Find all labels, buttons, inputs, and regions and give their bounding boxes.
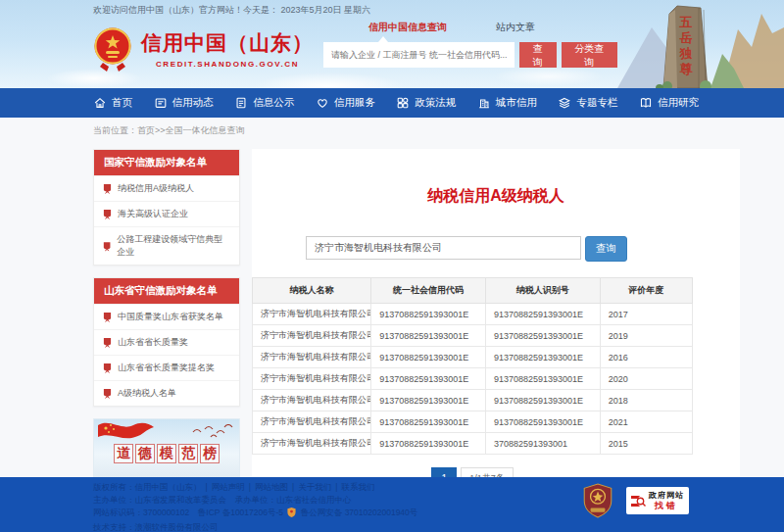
finder-badge-line2: 找错 <box>655 501 678 510</box>
table-row: 济宁市海智机电科技有限公司91370882591393001E913708825… <box>253 368 693 390</box>
breadcrumb-home-link[interactable]: 首页 <box>137 125 155 135</box>
site-domain: CREDIT.SHANDONG.GOV.CN <box>141 60 314 69</box>
sidebar-item-china-quality-award[interactable]: 中国质量奖山东省获奖名单 <box>94 304 239 329</box>
nav-item-info-disclosure[interactable]: 信息公示 <box>234 96 294 110</box>
open-book-icon <box>639 96 653 110</box>
breadcrumb-label: 当前位置： <box>93 125 137 135</box>
footer-link-contact[interactable]: 联系我们 <box>331 482 374 492</box>
home-icon <box>93 96 107 110</box>
taxpayer-search-input[interactable] <box>306 236 581 260</box>
banner-title: 道德模范榜 <box>94 444 239 463</box>
nav-item-special-topics[interactable]: 专题专栏 <box>558 96 617 110</box>
sidebar-section-provincial: 山东省守信激励对象名单 中国质量奖山东省获奖名单 山东省省长质量奖 山东省省长质… <box>93 277 240 407</box>
seal-icon <box>103 183 112 194</box>
finder-badge-line1: 政府网站 <box>649 491 684 501</box>
site-title: 信用中国（山东） <box>141 29 314 57</box>
content-area: 国家守信激励对象名单 纳税信用A级纳税人 海关高级认证企业 公路工程建设领域守信… <box>93 143 740 499</box>
table-row: 济宁市海智机电科技有限公司91370882591393001E370882591… <box>253 433 693 455</box>
sidebar: 国家守信激励对象名单 纳税信用A级纳税人 海关高级认证企业 公路工程建设领域守信… <box>93 149 240 499</box>
footer-link-about[interactable]: 关于我们 <box>288 482 331 492</box>
sidebar-item-a-level-taxpayer[interactable]: 纳税信用A级纳税人 <box>94 175 239 201</box>
nav-item-home[interactable]: 首页 <box>93 96 132 110</box>
taxpayer-search: 查询 <box>306 236 740 262</box>
taishan-mountain-image: 五 岳 独 尊 <box>612 0 784 88</box>
nav-item-policy[interactable]: 政策法规 <box>396 96 456 110</box>
table-row: 济宁市海智机电科技有限公司91370882591393001E913708825… <box>253 347 693 368</box>
clipboard-icon <box>234 96 248 110</box>
seal-icon <box>103 312 112 322</box>
seal-icon <box>103 363 112 373</box>
building-icon <box>477 96 491 110</box>
police-record-link[interactable]: 鲁公网安备 37010202001940号 <box>301 508 418 517</box>
sidebar-item-a-level-taxpayer-list[interactable]: A级纳税人名单 <box>94 380 239 406</box>
tab-site-articles[interactable]: 站内文章 <box>496 21 535 34</box>
nav-item-credit-news[interactable]: 信用动态 <box>154 96 214 110</box>
main-panel: 纳税信用A级纳税人 查询 纳税人名称 统一社会信用代码 纳税人识别号 评价年度 … <box>252 149 740 499</box>
table-row: 济宁市海智机电科技有限公司91370882591393001E913708825… <box>253 325 693 347</box>
header-search-input[interactable] <box>323 42 514 68</box>
seal-icon <box>103 388 112 399</box>
copyright-text: 版权所有：信用中国（山东） <box>93 482 202 492</box>
seal-icon <box>103 337 112 348</box>
table-row: 济宁市海智机电科技有限公司91370882591393001E913708825… <box>253 390 693 411</box>
sidebar-section-title: 国家守信激励对象名单 <box>94 150 239 175</box>
nav-item-credit-research[interactable]: 信用研究 <box>639 96 699 110</box>
footer: 版权所有：信用中国（山东）网站声明网站地图关于我们联系我们 主办单位：山东省发展… <box>0 477 784 532</box>
welcome-bar: 欢迎访问信用中国（山东）官方网站！今天是： 2023年5月20日 星期六 <box>93 4 370 17</box>
national-emblem-icon <box>93 26 132 72</box>
sidebar-section-national: 国家守信激励对象名单 纳税信用A级纳税人 海关高级认证企业 公路工程建设领域守信… <box>93 149 240 266</box>
category-search-button[interactable]: 分类查询 <box>562 42 617 68</box>
heart-icon <box>316 96 329 110</box>
sidebar-section-title: 山东省守信激励对象名单 <box>94 278 239 304</box>
birds-icon <box>191 424 234 440</box>
sidebar-item-governor-quality-award[interactable]: 山东省省长质量奖 <box>94 329 239 355</box>
police-badge-icon <box>287 508 296 521</box>
footer-line-tech-support: 技术支持：浪潮软件股份有限公司 <box>93 521 784 532</box>
svg-text:独: 独 <box>679 46 693 61</box>
col-credit-code: 统一社会信用代码 <box>371 278 486 304</box>
tab-credit-china-search[interactable]: 信用中国信息查询 <box>368 21 447 34</box>
moral-model-banner[interactable]: 道德模范榜 <box>93 418 240 483</box>
header-search-area: 信用中国信息查询 站内文章 查询 分类查询 <box>323 21 617 68</box>
main-nav: 首页 信用动态 信息公示 信用服务 政策法规 城市信用 专题专栏 信用研究 <box>0 88 784 118</box>
svg-text:岳: 岳 <box>679 30 693 45</box>
footer-link-statement[interactable]: 网站声明 <box>202 482 245 492</box>
nav-item-credit-service[interactable]: 信用服务 <box>316 96 375 110</box>
finder-magnifier-icon <box>630 494 646 508</box>
nav-item-city-credit[interactable]: 城市信用 <box>477 96 537 110</box>
grid-icon <box>396 96 410 110</box>
layers-icon <box>558 96 571 110</box>
table-header-row: 纳税人名称 统一社会信用代码 纳税人识别号 评价年度 <box>253 278 693 304</box>
taxpayer-search-button[interactable]: 查询 <box>585 236 627 262</box>
footer-link-sitemap[interactable]: 网站地图 <box>245 482 288 492</box>
breadcrumb: 当前位置：首页>>全国一体化信息查询 <box>93 118 784 143</box>
taxpayer-table: 纳税人名称 统一社会信用代码 纳税人识别号 评价年度 济宁市海智机电科技有限公司… <box>252 277 693 455</box>
svg-text:尊: 尊 <box>680 62 694 76</box>
site-code-text: 网站标识码：3700000102 鲁ICP 备10017206号-5 <box>93 508 283 517</box>
sidebar-item-quality-award-nomination[interactable]: 山东省省长质量奖提名奖 <box>94 355 239 380</box>
header-search-button[interactable]: 查询 <box>519 42 557 68</box>
site-logo[interactable]: 信用中国（山东） CREDIT.SHANDONG.GOV.CN <box>93 26 314 72</box>
table-row: 济宁市海智机电科技有限公司91370882591393001E913708825… <box>253 304 693 325</box>
page-title: 纳税信用A级纳税人 <box>252 186 740 207</box>
table-row: 济宁市海智机电科技有限公司91370882591393001E913708825… <box>253 411 693 433</box>
seal-icon <box>103 241 111 252</box>
sidebar-item-customs-certified[interactable]: 海关高级认证企业 <box>94 201 239 226</box>
site-header: 五 岳 独 尊 欢迎访问信用中国（山东）官方网站！今天是： 2023年5月20日… <box>0 0 784 88</box>
gov-shield-badge[interactable] <box>582 483 613 518</box>
col-taxpayer-id: 纳税人识别号 <box>485 278 600 304</box>
col-eval-year: 评价年度 <box>600 278 692 304</box>
gov-website-error-finder-badge[interactable]: 政府网站 找错 <box>626 487 689 514</box>
sidebar-item-highway-trustworthy[interactable]: 公路工程建设领域守信典型企业 <box>94 226 239 265</box>
news-icon <box>154 96 168 110</box>
col-taxpayer-name: 纳税人名称 <box>253 278 371 304</box>
breadcrumb-current: >>全国一体化信息查询 <box>155 125 245 135</box>
svg-text:五: 五 <box>679 15 693 29</box>
seal-icon <box>103 209 112 219</box>
